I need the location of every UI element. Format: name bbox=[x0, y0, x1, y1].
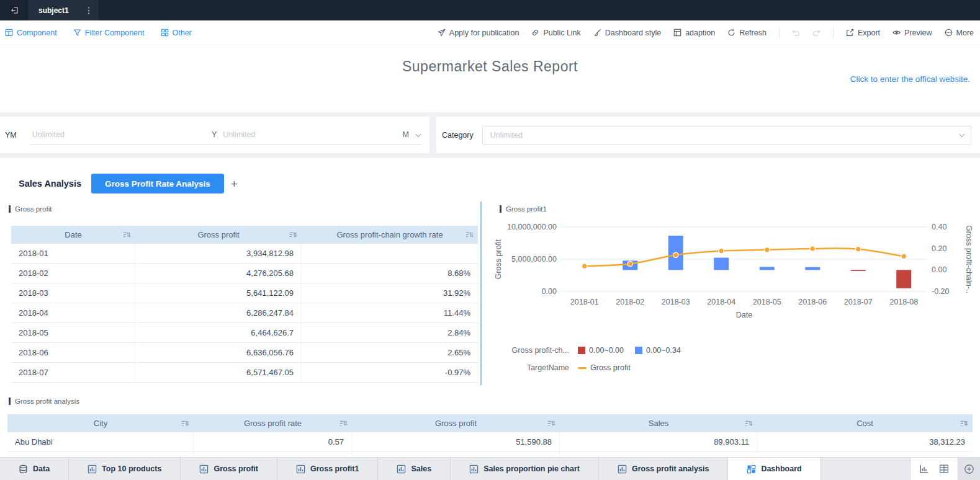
sort-icon[interactable] bbox=[745, 420, 753, 427]
table-row[interactable]: 2018-035,641,122.0931.92% bbox=[11, 283, 478, 303]
toolbar-export[interactable]: Export bbox=[846, 29, 880, 37]
table-row[interactable]: 2018-056,464,626.72.84% bbox=[11, 323, 478, 343]
toolbar-other[interactable]: Other bbox=[161, 29, 192, 37]
toolbar-label: Export bbox=[858, 29, 880, 37]
bottom-tab-gross-profit-analysis[interactable]: Gross profit analysis bbox=[599, 458, 728, 480]
bottom-tab-label: Gross profit bbox=[214, 464, 258, 473]
sort-icon[interactable] bbox=[181, 420, 189, 427]
table-row[interactable]: 2018-076,571,467.05-0.97% bbox=[11, 363, 478, 383]
toolbar-undo[interactable] bbox=[792, 29, 800, 37]
toolbar-redo[interactable] bbox=[812, 29, 820, 37]
bottom-tab-dashboard[interactable]: Dashboard bbox=[728, 458, 820, 480]
column-header-sales[interactable]: Sales bbox=[560, 414, 757, 432]
toolbar-dashboard-style[interactable]: Dashboard style bbox=[593, 29, 661, 37]
toolbar-filter-component[interactable]: Filter Component bbox=[73, 29, 145, 37]
toolbar-left-group: ComponentFilter ComponentOther bbox=[5, 29, 192, 37]
table-row[interactable]: 2018-024,276,205.688.68% bbox=[11, 264, 478, 283]
bottom-tab-top-10-products[interactable]: Top 10 products bbox=[69, 458, 181, 480]
add-tab-button[interactable]: + bbox=[231, 178, 238, 190]
toolbar-label: Apply for publication bbox=[449, 29, 519, 37]
category-select[interactable]: Unlimited bbox=[482, 126, 971, 144]
svg-text:2018-01: 2018-01 bbox=[570, 298, 599, 306]
table-cell bbox=[7, 452, 194, 456]
table-cell: 31.92% bbox=[302, 283, 478, 303]
toolbar-refresh[interactable]: Refresh bbox=[727, 29, 766, 37]
dashboard-icon bbox=[747, 464, 756, 474]
ym-range-input[interactable]: Unlimited Y Unlimited M bbox=[30, 126, 422, 144]
ym-end-unit: M bbox=[403, 130, 409, 139]
toolbar-separator bbox=[833, 28, 834, 38]
svg-text:10,000,000.00: 10,000,000.00 bbox=[507, 223, 557, 231]
table-cell: 8.68% bbox=[302, 264, 478, 283]
table-header-row: DateGross profitGross profit-chain growt… bbox=[11, 226, 478, 244]
legend-item-gross-profit[interactable]: Gross profit bbox=[578, 363, 631, 372]
table-cell: Abu Dhabi bbox=[7, 432, 194, 451]
style-icon bbox=[593, 29, 601, 37]
filter-category-panel: Category Unlimited bbox=[436, 117, 980, 153]
table-row[interactable]: Abu Dhabi0.5751,590.8889,903.1138,312.23 bbox=[7, 432, 973, 452]
sort-icon[interactable] bbox=[465, 231, 474, 238]
bottom-tab-sales[interactable]: Sales bbox=[378, 458, 451, 480]
sort-icon[interactable] bbox=[339, 420, 348, 427]
column-header-cost[interactable]: Cost bbox=[757, 414, 973, 432]
filter-ym-panel: YM Unlimited Y Unlimited M bbox=[0, 117, 429, 153]
chevron-down-icon bbox=[415, 131, 421, 137]
chart-icon bbox=[296, 464, 305, 474]
column-header-gross-profit[interactable]: Gross profit bbox=[352, 414, 560, 432]
column-header-date[interactable]: Date bbox=[11, 226, 135, 244]
table-cell: 11.44% bbox=[302, 303, 478, 322]
toolbar-public-link[interactable]: Public Link bbox=[531, 29, 580, 37]
legend-item-0-00-0-34[interactable]: 0.00~0.34 bbox=[635, 346, 681, 355]
toolbar-label: Public Link bbox=[543, 29, 580, 37]
adaption-icon bbox=[673, 29, 681, 37]
toolbar-preview[interactable]: Preview bbox=[892, 29, 932, 37]
document-tab[interactable]: subject1 bbox=[29, 0, 99, 20]
bottom-tab-gross-profit[interactable]: Gross profit bbox=[181, 458, 277, 480]
toolbar-adaption[interactable]: adaption bbox=[673, 29, 715, 37]
table-add-icon[interactable] bbox=[939, 464, 949, 474]
sort-icon[interactable] bbox=[123, 231, 131, 238]
bottom-tab-data[interactable]: Data bbox=[0, 458, 69, 480]
column-header-gross-profit-chain-growth-rate[interactable]: Gross profit-chain growth rate bbox=[302, 226, 478, 244]
official-website-link[interactable]: Click to enter the offical website. bbox=[850, 74, 970, 84]
column-header-gross-profit-rate[interactable]: Gross profit rate bbox=[194, 414, 352, 432]
toolbar-more[interactable]: More bbox=[945, 29, 974, 37]
chart-add-icon[interactable] bbox=[919, 464, 929, 474]
svg-text:2018-03: 2018-03 bbox=[662, 298, 690, 306]
bottom-tab-sales-proportion-pie-chart[interactable]: Sales proportion pie chart bbox=[451, 458, 599, 480]
legend-row: Gross profit-ch...0.00~0.000.00~0.34 bbox=[500, 342, 975, 359]
bottom-tab-gross-profit1[interactable]: Gross profit1 bbox=[277, 458, 379, 480]
tab-sales-analysis[interactable]: Sales Analysis bbox=[19, 179, 81, 189]
table-row[interactable]: 2018-066,636,056.762.65% bbox=[11, 343, 478, 363]
toolbar-component[interactable]: Component bbox=[5, 29, 57, 37]
exit-icon bbox=[11, 6, 19, 14]
svg-text:2018-05: 2018-05 bbox=[753, 298, 781, 306]
gross-profit1-widget-title: Gross profit1 bbox=[500, 205, 547, 213]
toolbar-apply-for-publication[interactable]: Apply for publication bbox=[438, 29, 519, 37]
chart-icon bbox=[397, 464, 406, 474]
exit-editor-button[interactable] bbox=[0, 0, 29, 20]
column-header-gross-profit[interactable]: Gross profit bbox=[135, 226, 302, 244]
column-header-city[interactable]: City bbox=[7, 414, 194, 432]
legend-item-label: 0.00~0.34 bbox=[646, 346, 681, 355]
table-cell: 6,464,626.7 bbox=[135, 323, 302, 342]
tab-gross-profit-rate-analysis[interactable]: Gross Profit Rate Analysis bbox=[91, 174, 224, 193]
panel-splitter[interactable] bbox=[480, 202, 482, 385]
table-cell: 4,276,205.68 bbox=[135, 264, 302, 283]
svg-text:0.00: 0.00 bbox=[542, 287, 557, 296]
toolbar-label: Refresh bbox=[739, 29, 766, 37]
tab-menu-icon[interactable] bbox=[88, 6, 90, 15]
toolbar-separator bbox=[779, 28, 780, 38]
table-cell: 6,636,056.76 bbox=[135, 343, 302, 362]
sort-icon[interactable] bbox=[289, 231, 297, 238]
chart-icon bbox=[469, 464, 479, 474]
corner-widget-button[interactable] bbox=[958, 458, 980, 480]
sort-icon[interactable] bbox=[960, 420, 968, 427]
sort-icon[interactable] bbox=[547, 420, 555, 427]
table-row[interactable]: 2018-013,934,812.98 bbox=[11, 244, 478, 264]
combo-chart[interactable]: 10,000,000.005,000,000.000.000.400.200.0… bbox=[492, 217, 975, 326]
legend-item-0-00-0-00[interactable]: 0.00~0.00 bbox=[578, 346, 624, 355]
table-row[interactable]: 2018-046,286,247.8411.44% bbox=[11, 303, 478, 323]
toolbar-label: Other bbox=[173, 29, 192, 37]
table-cell: 2018-06 bbox=[11, 343, 135, 362]
